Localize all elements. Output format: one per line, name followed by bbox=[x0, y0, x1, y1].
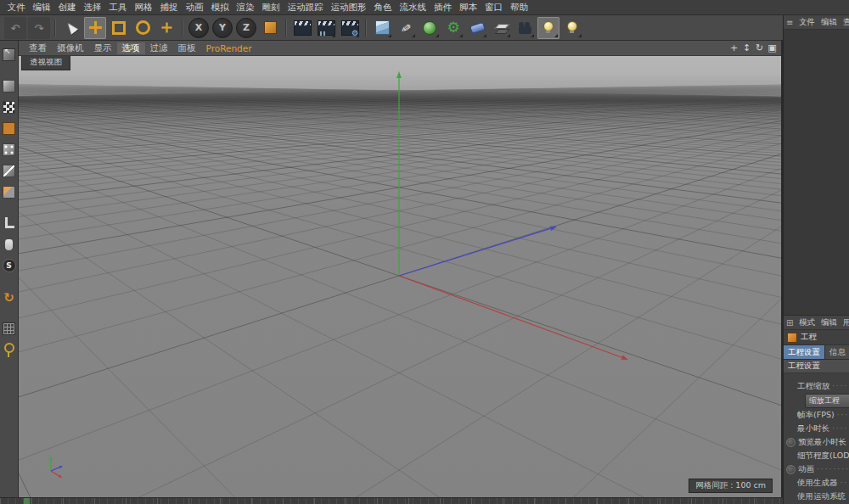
menubar-item[interactable]: 网格 bbox=[131, 2, 156, 14]
timeline-playhead[interactable] bbox=[24, 498, 30, 504]
object-manager-menu-item[interactable]: 查看 bbox=[840, 17, 849, 28]
coordinate-system-button[interactable] bbox=[259, 17, 281, 39]
workplane-mode-button[interactable] bbox=[1, 215, 18, 232]
floor-menu-button[interactable] bbox=[490, 17, 512, 39]
menubar-item[interactable]: 插件 bbox=[430, 2, 456, 14]
viewport-controls: + ↕ ↻ ▣ bbox=[727, 42, 781, 54]
viewport-menu-item-active[interactable]: 选项 bbox=[117, 42, 145, 54]
object-manager-menu-item[interactable]: 文件 bbox=[796, 17, 818, 28]
last-used-tool-button[interactable] bbox=[155, 17, 177, 39]
light-alt-menu-button[interactable] bbox=[561, 17, 583, 39]
attribute-manager-menu-item[interactable]: 编辑 bbox=[818, 317, 840, 328]
attribute-mode-row: 工程 bbox=[784, 330, 849, 345]
menubar-item[interactable]: 编辑 bbox=[29, 2, 54, 14]
move-tool-button[interactable] bbox=[84, 17, 106, 39]
axis-x-toggle[interactable]: X bbox=[188, 17, 210, 39]
uv-mode-button[interactable] bbox=[1, 120, 18, 137]
undo-button[interactable] bbox=[4, 17, 26, 39]
object-manager-menu-item[interactable]: 编辑 bbox=[818, 17, 840, 28]
menubar-item[interactable]: 模拟 bbox=[207, 2, 233, 14]
right-panel: ≡ 文件 编辑 查看 ⊞ 模式 编辑 用户数据 工程 工程设置 信息 工程设置 … bbox=[783, 15, 849, 504]
live-selection-button[interactable] bbox=[60, 17, 82, 39]
rotate-tool-button[interactable] bbox=[132, 17, 154, 39]
render-view-button[interactable] bbox=[291, 17, 313, 39]
texture-tile-icon bbox=[3, 122, 15, 135]
toggle-view-icon[interactable]: ▣ bbox=[767, 42, 778, 54]
pan-view-icon[interactable]: + bbox=[728, 42, 739, 54]
viewport-menu-item[interactable]: 摄像机 bbox=[52, 42, 89, 54]
menubar-item[interactable]: 文件 bbox=[3, 2, 29, 14]
viewport-menu-item-prorender[interactable]: ProRender bbox=[201, 43, 257, 53]
camera-menu-button[interactable] bbox=[514, 17, 536, 39]
burger-icon[interactable]: ≡ bbox=[786, 18, 793, 27]
viewport-menu-item[interactable]: 面板 bbox=[173, 42, 201, 54]
menubar-item[interactable]: 工具 bbox=[105, 2, 131, 14]
menubar-item[interactable]: 脚本 bbox=[456, 2, 481, 14]
model-mode-button[interactable] bbox=[1, 77, 18, 94]
tweak-mode-button[interactable] bbox=[1, 236, 18, 253]
spline-menu-button[interactable] bbox=[395, 17, 417, 39]
zoom-view-icon[interactable]: ↕ bbox=[741, 42, 752, 54]
rotate-view-icon[interactable]: ↻ bbox=[754, 42, 765, 54]
field-row: 使用生成器 bbox=[784, 476, 849, 490]
menubar-item[interactable]: 帮助 bbox=[507, 2, 532, 14]
menubar-item[interactable]: 运动跟踪 bbox=[284, 2, 327, 14]
toolbar-separator bbox=[54, 19, 56, 37]
menubar-item[interactable]: 运动图形 bbox=[327, 2, 370, 14]
section-header[interactable]: 工程设置 bbox=[784, 360, 849, 373]
grid-snap-button[interactable] bbox=[1, 320, 18, 337]
timeline-ruler[interactable] bbox=[0, 497, 783, 504]
snap-toggle-button[interactable] bbox=[1, 257, 18, 274]
field-row: 动画 bbox=[784, 462, 849, 476]
x-axis-icon: X bbox=[188, 18, 209, 38]
deformers-menu-button[interactable] bbox=[466, 17, 488, 39]
undo-icon bbox=[11, 20, 20, 36]
texture-mode-button[interactable] bbox=[1, 98, 18, 115]
viewport-panel: 查看 摄像机 显示 选项 过滤 面板 ProRender + ↕ ↻ ▣ 透视视… bbox=[19, 41, 781, 497]
field-label: 细节程度(LOD) bbox=[797, 451, 849, 462]
viewport-canvas[interactable]: 透视视图 网格间距 : 100 cm bbox=[19, 56, 781, 497]
make-editable-button[interactable] bbox=[1, 46, 18, 63]
attribute-manager-menu-item[interactable]: 模式 bbox=[796, 317, 818, 328]
primitives-menu-button[interactable] bbox=[371, 17, 393, 39]
parameter-icon[interactable] bbox=[786, 465, 796, 474]
redo-button[interactable] bbox=[28, 17, 50, 39]
light-menu-button[interactable] bbox=[537, 17, 559, 39]
render-picture-viewer-icon bbox=[318, 20, 335, 36]
scale-tool-button[interactable] bbox=[108, 17, 130, 39]
menubar-item[interactable]: 捕捉 bbox=[156, 2, 182, 14]
scale-project-button[interactable]: 缩放工程 bbox=[805, 394, 849, 408]
tab-info[interactable]: 信息 bbox=[825, 345, 849, 359]
parameter-icon[interactable] bbox=[786, 438, 796, 447]
object-list-area[interactable] bbox=[784, 30, 849, 316]
axis-y-toggle[interactable]: Y bbox=[211, 17, 233, 39]
tab-project-settings[interactable]: 工程设置 bbox=[784, 345, 825, 359]
z-axis-icon: Z bbox=[236, 18, 256, 38]
subdivision-surface-button[interactable] bbox=[419, 17, 441, 39]
menubar-item[interactable]: 动画 bbox=[182, 2, 207, 14]
menubar-item[interactable]: 流水线 bbox=[396, 2, 430, 14]
view-label-tab[interactable]: 透视视图 bbox=[21, 56, 70, 70]
attribute-manager-menu-item[interactable]: 用户数据 bbox=[840, 317, 849, 328]
menubar-item[interactable]: 角色 bbox=[370, 2, 396, 14]
grid-menu-icon[interactable]: ⊞ bbox=[786, 318, 793, 328]
rotation-snap-button[interactable] bbox=[1, 288, 18, 305]
menubar-item[interactable]: 渲染 bbox=[233, 2, 258, 14]
edges-mode-button[interactable] bbox=[1, 162, 18, 179]
menubar-item[interactable]: 选择 bbox=[80, 2, 105, 14]
viewport-menu-item[interactable]: 查看 bbox=[24, 42, 52, 54]
viewport-menu-item[interactable]: 过滤 bbox=[145, 42, 173, 54]
menubar-item[interactable]: 雕刻 bbox=[258, 2, 284, 14]
menubar-item[interactable]: 窗口 bbox=[481, 2, 507, 14]
polygons-mode-button[interactable] bbox=[1, 183, 18, 200]
toolbar-separator bbox=[182, 19, 183, 37]
viewport-menu-item[interactable]: 显示 bbox=[89, 42, 117, 54]
key-icon bbox=[4, 343, 14, 353]
axis-z-toggle[interactable]: Z bbox=[235, 17, 257, 39]
generators-menu-button[interactable] bbox=[442, 17, 464, 39]
menubar-item[interactable]: 创建 bbox=[54, 2, 80, 14]
workplane-lock-button[interactable] bbox=[1, 341, 18, 358]
render-settings-button[interactable] bbox=[339, 17, 361, 39]
points-mode-button[interactable] bbox=[1, 141, 18, 158]
render-picture-viewer-button[interactable] bbox=[315, 17, 337, 39]
